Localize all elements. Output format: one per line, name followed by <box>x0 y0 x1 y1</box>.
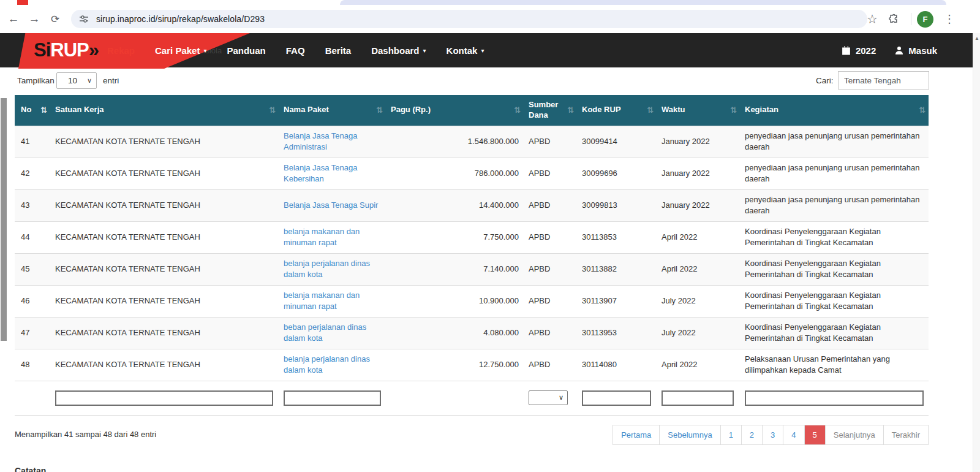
nav-item-label: FAQ <box>286 45 305 56</box>
sort-icon: ⇅ <box>567 105 574 115</box>
cell-satuan-kerja: KECAMATAN KOTA TERNATE TENGAH <box>50 158 279 189</box>
column-header-kegiatan[interactable]: Kegiatan⇅ <box>740 95 929 126</box>
page-button-4[interactable]: 4 <box>783 425 804 444</box>
extensions-icon[interactable] <box>884 9 904 29</box>
nav-item-label: Panduan <box>227 45 265 56</box>
sort-icon: ⇅ <box>647 105 654 115</box>
cell-no: 47 <box>15 317 50 349</box>
search-input[interactable] <box>838 71 929 89</box>
nav-item-rekap[interactable]: Rekap <box>107 45 135 56</box>
sort-icon: ⇅ <box>730 105 737 115</box>
cell-nama-paket: belanja perjalanan dinas dalam kota <box>279 349 386 381</box>
nav-item-faq[interactable]: FAQ <box>286 45 305 56</box>
cell-kode-rup: 30099414 <box>577 126 657 158</box>
paket-link[interactable]: belanja makanan dan minuman rapat <box>284 291 360 311</box>
cell-no: 45 <box>15 253 50 285</box>
paket-link[interactable]: Belanja Jasa Tenaga Supir <box>284 200 378 210</box>
satuan-kerja-filter-input[interactable] <box>55 390 273 406</box>
paket-link[interactable]: belanja makanan dan minuman rapat <box>284 227 360 247</box>
cell-waktu: July 2022 <box>657 317 740 349</box>
page-button-2[interactable]: 2 <box>741 425 762 444</box>
paket-link[interactable]: belanja perjalanan dinas dalam kota <box>284 259 370 279</box>
cell-kode-rup: 30114080 <box>577 349 657 381</box>
filter-cell-kegiatan <box>740 381 929 415</box>
profile-avatar[interactable]: F <box>917 11 933 28</box>
cell-kode-rup: 30099696 <box>577 158 657 189</box>
cell-nama-paket: Belanja Jasa Tenaga Administrasi <box>279 126 386 158</box>
cell-sumber-dana: APBD <box>524 189 577 221</box>
back-icon[interactable]: ← <box>4 9 23 29</box>
table-row: 44 KECAMATAN KOTA TERNATE TENGAH belanja… <box>15 221 929 253</box>
page-button-3[interactable]: 3 <box>762 425 783 444</box>
sort-icon: ⇅ <box>376 105 383 115</box>
column-label: Waktu <box>662 105 685 114</box>
cell-no: 48 <box>15 349 50 381</box>
table-row: 45 KECAMATAN KOTA TERNATE TENGAH belanja… <box>15 253 929 285</box>
address-bar[interactable]: sirup.inaproc.id/sirup/rekap/swakelola/D… <box>71 10 867 28</box>
bookmark-star-icon[interactable]: ☆ <box>862 9 882 29</box>
kebab-menu-icon[interactable]: ⋮ <box>940 9 959 29</box>
cell-nama-paket: belanja makanan dan minuman rapat <box>279 285 386 317</box>
waktu-filter-input[interactable] <box>662 390 734 406</box>
sirup-logo-text[interactable]: SiRUP» <box>34 39 99 61</box>
page-button-1[interactable]: 1 <box>720 425 741 444</box>
column-header-waktu[interactable]: Waktu⇅ <box>657 95 740 126</box>
forward-icon[interactable]: → <box>24 9 44 29</box>
table-filter-row: ∨ <box>15 381 929 415</box>
paket-link[interactable]: beban perjalanan dinas dalam kota <box>284 322 366 343</box>
filter-cell-kode-rup <box>577 381 657 415</box>
kegiatan-filter-input[interactable] <box>745 390 924 406</box>
cell-nama-paket: beban perjalanan dinas dalam kota <box>279 317 386 349</box>
cell-kegiatan: penyediaan jasa penunjang urusan pemerin… <box>740 126 929 158</box>
cell-kegiatan: Koordinasi Penyelenggaraan Kegiatan Peme… <box>740 285 929 317</box>
filter-cell-waktu <box>657 381 740 415</box>
entries-label: entri <box>103 76 119 85</box>
cell-sumber-dana: APBD <box>524 285 577 317</box>
table-row: 46 KECAMATAN KOTA TERNATE TENGAH belanja… <box>15 285 929 317</box>
browser-toolbar: ← → ⟳ sirup.inaproc.id/sirup/rekap/swake… <box>0 5 980 33</box>
column-header-satuan-kerja[interactable]: Satuan Kerja⇅ <box>50 95 279 126</box>
page-button-terakhir: Terakhir <box>883 425 928 444</box>
cell-sumber-dana: APBD <box>524 158 577 189</box>
column-header-kode-rup[interactable]: Kode RUP⇅ <box>577 95 657 126</box>
nama-paket-filter-input[interactable] <box>284 390 381 406</box>
nav-item-label: Rekap <box>107 45 135 56</box>
kode-rup-filter-input[interactable] <box>582 390 651 406</box>
chevron-down-icon: ▾ <box>481 47 484 54</box>
nav-item-panduan[interactable]: Panduan <box>227 45 265 56</box>
nav-item-berita[interactable]: Berita <box>325 45 352 56</box>
paket-link[interactable]: Belanja Jasa Tenaga Administrasi <box>284 131 357 151</box>
login-button[interactable]: Masuk <box>894 45 937 56</box>
cell-satuan-kerja: KECAMATAN KOTA TERNATE TENGAH <box>50 285 279 317</box>
page-button-5[interactable]: 5 <box>804 425 825 444</box>
site-info-icon[interactable] <box>79 14 89 24</box>
column-header-nama-paket[interactable]: Nama Paket⇅ <box>279 95 386 126</box>
nav-item-dashboard[interactable]: Dashboard▾ <box>371 45 426 56</box>
cell-pagu: 786.000.000 <box>386 158 524 189</box>
sumber-dana-filter-select[interactable]: ∨ <box>529 390 568 405</box>
paket-link[interactable]: Belanja Jasa Tenaga Kebersihan <box>284 163 357 183</box>
column-label: Kode RUP <box>582 105 621 114</box>
table-header: No⇅Satuan Kerja⇅Nama Paket⇅Pagu (Rp.)⇅Su… <box>15 95 929 126</box>
page-scrollbar[interactable]: ▲ <box>973 33 980 472</box>
page-button-sebelumnya[interactable]: Sebelumnya <box>659 425 720 444</box>
tab-strip-segment[interactable] <box>340 0 946 5</box>
logo-arrow-icon: » <box>89 39 99 61</box>
scrollbar-thumb[interactable] <box>1 98 7 341</box>
sort-icon: ⇅ <box>269 105 276 115</box>
nav-item-cari-paket[interactable]: Cari Paket▾ <box>155 45 206 56</box>
paket-link[interactable]: belanja perjalanan dinas dalam kota <box>284 354 370 375</box>
column-header-no[interactable]: No⇅ <box>15 95 50 126</box>
cell-waktu: January 2022 <box>657 158 740 189</box>
cell-pagu: 4.080.000 <box>386 317 524 349</box>
refresh-icon[interactable]: ⟳ <box>45 9 65 29</box>
year-selector[interactable]: 2022 <box>841 45 876 56</box>
nav-item-kontak[interactable]: Kontak▾ <box>447 45 484 56</box>
page-button-pertama[interactable]: Pertama <box>613 425 659 444</box>
table-row: 41 KECAMATAN KOTA TERNATE TENGAH Belanja… <box>15 126 929 158</box>
scroll-up-icon[interactable]: ▲ <box>973 36 980 41</box>
column-header-pagu-rp[interactable]: Pagu (Rp.)⇅ <box>386 95 524 126</box>
column-header-sumber-dana[interactable]: Sumber Dana⇅ <box>524 95 577 126</box>
page-size-select[interactable]: 10 ∨ <box>56 72 97 89</box>
cell-waktu: January 2022 <box>657 189 740 221</box>
